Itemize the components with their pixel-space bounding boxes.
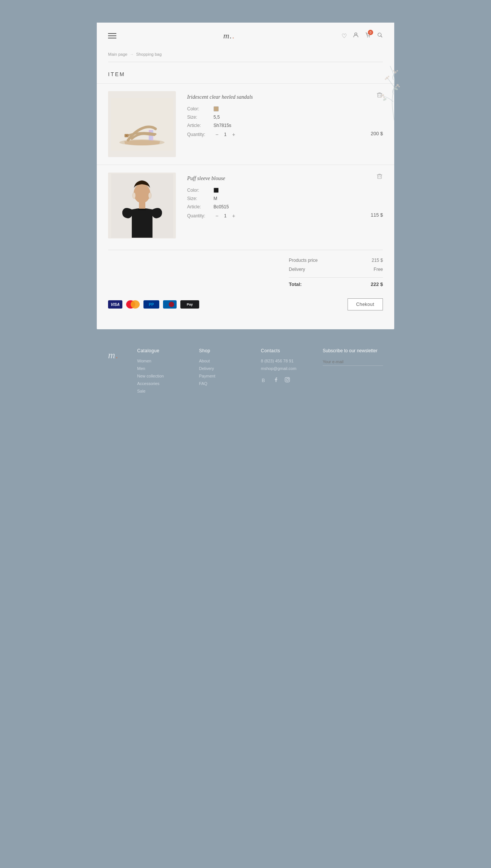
footer-link-payment[interactable]: Payment bbox=[199, 374, 246, 378]
footer-shop-title: Shop bbox=[199, 348, 246, 353]
svg-point-38 bbox=[288, 378, 289, 379]
footer: m. Catalogue Women Men New collection Ac… bbox=[97, 329, 394, 415]
section-title: ITEM bbox=[97, 62, 394, 83]
svg-point-17 bbox=[378, 33, 381, 37]
footer-subscribe-title: Subscribe to our newsletter bbox=[323, 348, 383, 353]
main-card: m.. ♡ 0 bbox=[97, 23, 394, 329]
breadcrumb-current: Shopping bag bbox=[136, 52, 162, 57]
item-2-name: Puff sleeve blouse bbox=[187, 176, 359, 182]
svg-point-9 bbox=[394, 71, 396, 73]
item-1-name: Iridescent clear heeled sandals bbox=[187, 94, 359, 100]
item-1-qty-decrease[interactable]: − bbox=[213, 131, 220, 138]
svg-point-27 bbox=[134, 183, 150, 203]
footer-link-faq[interactable]: FAQ bbox=[199, 381, 246, 386]
item-2-image bbox=[108, 173, 176, 238]
footer-link-accessories[interactable]: Accessories bbox=[137, 381, 184, 386]
item-1-price: 200 $ bbox=[371, 131, 383, 136]
delivery-label: Delivery bbox=[289, 267, 305, 272]
breadcrumb: Main page → Shopping bag bbox=[97, 49, 394, 57]
item-1-article-row: Article: Sh7815s bbox=[187, 123, 359, 128]
cart-icon[interactable]: 0 bbox=[365, 32, 371, 40]
cart-item-2: Puff sleeve blouse Color: Size: M Articl… bbox=[97, 165, 394, 246]
svg-point-12 bbox=[383, 98, 387, 101]
item-1-color-swatch bbox=[213, 106, 219, 112]
item-2-size: M bbox=[213, 196, 217, 201]
svg-rect-31 bbox=[378, 175, 381, 179]
item-2-details: Puff sleeve blouse Color: Size: M Articl… bbox=[187, 173, 359, 222]
svg-point-5 bbox=[395, 86, 397, 87]
footer-link-sale[interactable]: Sale bbox=[137, 389, 184, 393]
footer-link-about[interactable]: About bbox=[199, 359, 246, 363]
footer-contacts-title: Contacts bbox=[261, 348, 308, 353]
svg-point-6 bbox=[386, 77, 388, 79]
checkout-button[interactable]: Chekout bbox=[348, 298, 383, 310]
total-label: Total: bbox=[289, 281, 302, 287]
wishlist-icon[interactable]: ♡ bbox=[342, 32, 347, 40]
item-1-color-row: Color: bbox=[187, 106, 359, 112]
item-1-quantity-row: Quantity: − 1 + bbox=[187, 131, 359, 138]
item-2-quantity-control: − 1 + bbox=[213, 212, 237, 219]
svg-point-29 bbox=[148, 193, 151, 199]
breadcrumb-home[interactable]: Main page bbox=[108, 52, 127, 57]
svg-point-23 bbox=[126, 135, 127, 136]
applepay-icon: Pay bbox=[180, 300, 199, 309]
item-1-size: 5,5 bbox=[213, 115, 220, 120]
svg-point-7 bbox=[388, 76, 389, 77]
footer-catalogue-title: Catalogue bbox=[137, 348, 184, 353]
maestro-icon bbox=[163, 300, 177, 309]
footer-phone: 8 (823) 456 78 91 bbox=[261, 359, 308, 363]
svg-point-16 bbox=[369, 37, 370, 37]
payment-icons: VISA PP Pay bbox=[108, 300, 199, 309]
footer-link-men[interactable]: Men bbox=[137, 366, 184, 371]
footer-link-delivery[interactable]: Delivery bbox=[199, 366, 246, 371]
svg-point-3 bbox=[396, 84, 399, 86]
svg-point-11 bbox=[393, 70, 395, 72]
svg-point-15 bbox=[367, 37, 368, 37]
social-icons: В bbox=[261, 377, 308, 385]
item-2-price: 115 $ bbox=[371, 212, 383, 218]
svg-point-37 bbox=[286, 379, 288, 381]
products-price-row: Products price 215 $ bbox=[289, 258, 383, 263]
svg-rect-30 bbox=[138, 209, 146, 210]
footer-link-women[interactable]: Women bbox=[137, 359, 184, 363]
svg-point-10 bbox=[396, 70, 398, 72]
item-2-color-swatch bbox=[213, 188, 219, 193]
svg-point-33 bbox=[169, 302, 174, 307]
facebook-icon[interactable] bbox=[273, 377, 279, 385]
item-1-image bbox=[108, 91, 176, 157]
footer-email-input[interactable] bbox=[323, 358, 383, 366]
vk-icon[interactable]: В bbox=[261, 377, 268, 385]
item-1-details: Iridescent clear heeled sandals Color: S… bbox=[187, 91, 359, 141]
footer-link-new-collection[interactable]: New collection bbox=[137, 374, 184, 378]
item-1-qty-value: 1 bbox=[224, 132, 227, 137]
svg-point-2 bbox=[383, 97, 385, 98]
site-logo[interactable]: m.. bbox=[223, 31, 235, 41]
bottom-area bbox=[0, 415, 491, 604]
header-icons: ♡ 0 bbox=[342, 32, 383, 40]
svg-point-4 bbox=[398, 86, 400, 87]
footer-contacts: Contacts 8 (823) 456 78 91 mshop@gmail.c… bbox=[261, 348, 308, 396]
menu-icon[interactable] bbox=[108, 33, 116, 38]
delivery-value: Free bbox=[374, 267, 383, 272]
item-2-qty-increase[interactable]: + bbox=[230, 212, 237, 219]
cart-badge: 0 bbox=[368, 30, 373, 35]
visa-icon: VISA bbox=[108, 300, 122, 309]
item-1-qty-increase[interactable]: + bbox=[230, 131, 237, 138]
instagram-icon[interactable] bbox=[284, 377, 290, 385]
svg-point-0 bbox=[382, 94, 384, 96]
svg-point-8 bbox=[385, 78, 386, 80]
delivery-row: Delivery Free bbox=[289, 267, 383, 272]
item-2-quantity-row: Quantity: − 1 + bbox=[187, 212, 359, 219]
footer-email: mshop@gmail.com bbox=[261, 366, 308, 371]
item-2-article-row: Article: Bc0515 bbox=[187, 204, 359, 209]
item-2-qty-decrease[interactable]: − bbox=[213, 212, 220, 219]
header: m.. ♡ 0 bbox=[97, 23, 394, 49]
products-price-value: 215 $ bbox=[372, 258, 383, 263]
item-2-delete-icon[interactable] bbox=[376, 173, 383, 181]
account-icon[interactable] bbox=[353, 32, 359, 40]
svg-text:В: В bbox=[262, 377, 265, 383]
footer-shop: Shop About Delivery Payment FAQ bbox=[199, 348, 246, 396]
products-price-label: Products price bbox=[289, 258, 318, 263]
search-icon[interactable] bbox=[377, 32, 383, 40]
item-2-price-delete: 115 $ bbox=[371, 173, 383, 218]
